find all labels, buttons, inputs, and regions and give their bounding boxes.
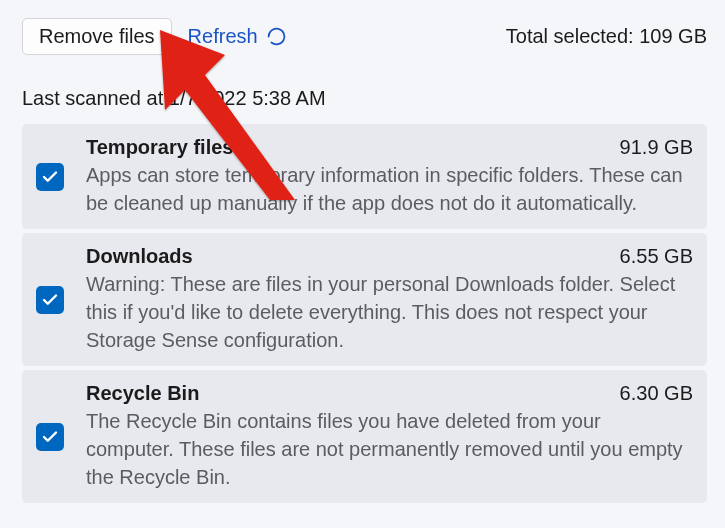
remove-files-button[interactable]: Remove files xyxy=(22,18,172,55)
total-selected-label: Total selected: 109 GB xyxy=(506,25,707,48)
item-title: Recycle Bin xyxy=(86,382,199,405)
item-description: The Recycle Bin contains files you have … xyxy=(86,407,693,491)
checkbox[interactable] xyxy=(36,163,64,191)
item-size: 91.9 GB xyxy=(620,136,693,159)
refresh-icon xyxy=(266,26,287,47)
item-description: Apps can store temporary information in … xyxy=(86,161,693,217)
last-scanned-label: Last scanned at 1/7/2022 5:38 AM xyxy=(22,87,707,110)
checkbox[interactable] xyxy=(36,286,64,314)
refresh-button[interactable]: Refresh xyxy=(188,25,287,48)
checkbox[interactable] xyxy=(36,423,64,451)
item-size: 6.55 GB xyxy=(620,245,693,268)
item-title: Downloads xyxy=(86,245,193,268)
refresh-label: Refresh xyxy=(188,25,258,48)
item-size: 6.30 GB xyxy=(620,382,693,405)
list-item[interactable]: Temporary files 91.9 GB Apps can store t… xyxy=(22,124,707,229)
cleanup-list: Temporary files 91.9 GB Apps can store t… xyxy=(22,124,707,503)
item-title: Temporary files xyxy=(86,136,233,159)
list-item[interactable]: Recycle Bin 6.30 GB The Recycle Bin cont… xyxy=(22,370,707,503)
toolbar: Remove files Refresh Total selected: 109… xyxy=(22,18,707,55)
item-description: Warning: These are files in your persona… xyxy=(86,270,693,354)
list-item[interactable]: Downloads 6.55 GB Warning: These are fil… xyxy=(22,233,707,366)
